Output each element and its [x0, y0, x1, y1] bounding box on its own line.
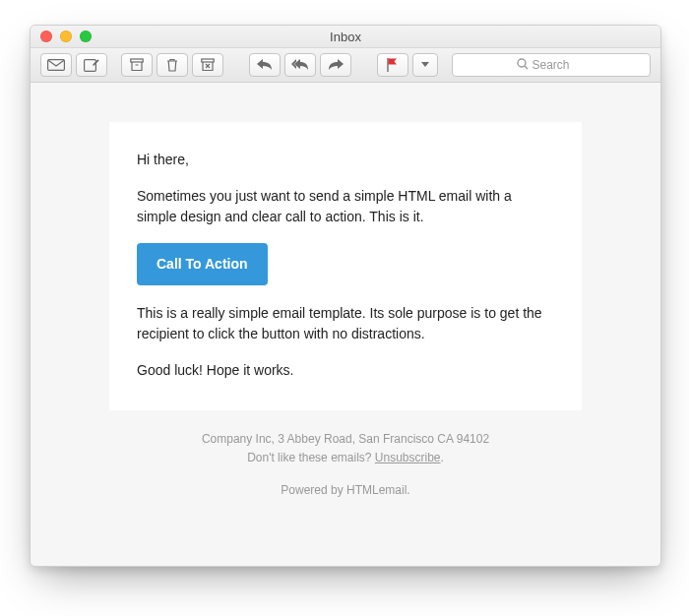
email-footer: Company Inc, 3 Abbey Road, San Francisco… [109, 410, 582, 521]
flag-button[interactable] [377, 53, 408, 77]
toolbar [31, 48, 660, 83]
window-title: Inbox [31, 30, 660, 44]
compose-button[interactable] [76, 53, 107, 77]
svg-rect-2 [131, 59, 143, 62]
toolbar-group-organize [121, 53, 223, 77]
footer-period: . [441, 451, 444, 464]
minimize-window-button[interactable] [60, 31, 72, 42]
chevron-down-icon [421, 62, 429, 68]
search-input[interactable] [532, 58, 587, 72]
forward-button[interactable] [320, 53, 351, 77]
compose-icon [84, 58, 99, 72]
email-signoff: Good luck! Hope it works. [137, 360, 554, 381]
archive-icon [130, 58, 144, 72]
toolbar-group-flag [377, 53, 438, 77]
zoom-window-button[interactable] [80, 31, 92, 42]
svg-rect-1 [85, 60, 96, 72]
reply-all-icon [291, 59, 309, 71]
unsubscribe-link[interactable]: Unsubscribe [375, 451, 441, 464]
email-card: Hi there, Sometimes you just want to sen… [109, 122, 582, 410]
footer-dislike-text: Don't like these emails? [247, 451, 375, 464]
junk-icon [201, 58, 215, 72]
reply-icon [257, 59, 273, 71]
footer-unsubscribe-line: Don't like these emails? Unsubscribe. [119, 449, 572, 467]
reply-button[interactable] [249, 53, 281, 77]
cta-button[interactable]: Call To Action [137, 243, 268, 285]
junk-button[interactable] [192, 53, 223, 77]
flag-icon [387, 58, 399, 72]
email-greeting: Hi there, [137, 150, 554, 170]
email-intro: Sometimes you just want to send a simple… [137, 186, 554, 227]
search-icon [517, 58, 529, 73]
svg-rect-3 [202, 59, 214, 62]
svg-point-4 [518, 59, 526, 67]
mail-viewport: Hi there, Sometimes you just want to sen… [31, 83, 660, 566]
trash-icon [165, 58, 179, 72]
email-body: This is a really simple email template. … [137, 303, 554, 344]
archive-button[interactable] [121, 53, 153, 77]
footer-powered-by: Powered by HTMLemail. [119, 481, 572, 500]
search-field[interactable] [452, 53, 651, 77]
titlebar: Inbox [31, 26, 660, 48]
reply-all-button[interactable] [284, 53, 316, 77]
mail-window: Inbox [30, 25, 661, 567]
forward-icon [328, 59, 344, 71]
delete-button[interactable] [157, 53, 188, 77]
close-window-button[interactable] [40, 31, 52, 42]
envelope-icon [47, 59, 65, 71]
get-mail-button[interactable] [40, 53, 72, 77]
window-controls [31, 31, 92, 42]
toolbar-group-compose [40, 53, 107, 77]
toolbar-group-respond [249, 53, 351, 77]
flag-menu-button[interactable] [412, 53, 438, 77]
footer-address: Company Inc, 3 Abbey Road, San Francisco… [119, 430, 572, 449]
